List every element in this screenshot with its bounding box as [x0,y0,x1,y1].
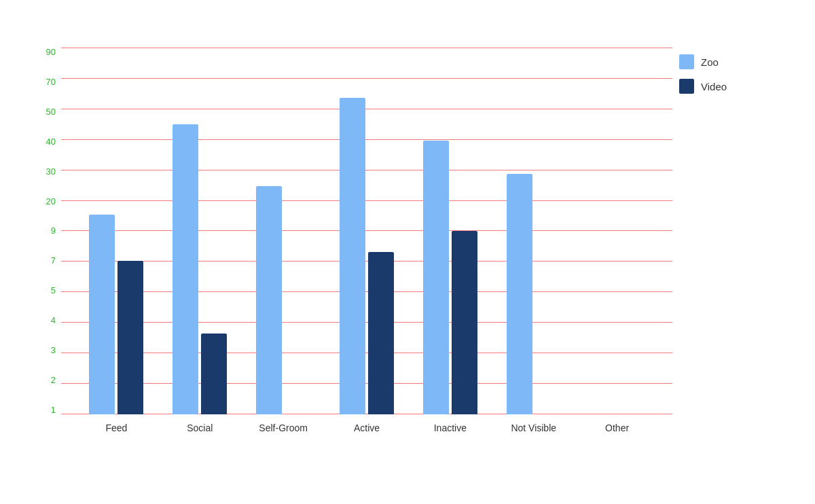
bar-pair [423,141,477,414]
bar-group [340,98,394,414]
y-axis-label: 9 [51,226,56,235]
y-axis: 9070504030209754321 [20,48,61,442]
legend-item: Zoo [679,54,788,69]
x-labels: FeedSocialSelf-GroomActiveInactiveNot Vi… [61,414,672,442]
bar-zoo [423,141,449,414]
y-axis-label: 7 [51,256,56,265]
x-axis-label: Active [325,422,409,433]
x-axis-label: Not Visible [492,422,575,433]
legend-item: Video [679,79,788,94]
bar-group [256,186,310,414]
bar-zoo [507,174,532,414]
bar-zoo [173,124,198,414]
legend-swatch [679,54,694,69]
legend-swatch [679,79,694,94]
bar-pair [507,174,561,414]
y-axis-label: 5 [51,286,56,295]
y-axis-label: 1 [51,406,56,414]
legend-label: Zoo [701,56,719,68]
y-axis-label: 30 [46,167,56,176]
y-axis-label: 20 [46,197,56,206]
x-axis-label: Inactive [408,422,492,433]
x-axis-label: Self-Groom [242,422,325,433]
bar-video [117,261,143,414]
bar-group [507,174,561,414]
bar-group [173,124,227,414]
bar-zoo [340,98,365,414]
x-axis-label: Social [158,422,242,433]
bar-pair [89,215,143,414]
x-axis-label: Feed [75,422,158,433]
bar-zoo [89,215,115,414]
legend: ZooVideo [679,54,788,94]
bar-video [201,334,227,414]
bar-pair [256,186,310,414]
y-axis-label: 50 [46,107,56,116]
x-axis-label: Other [575,422,659,433]
bar-group [423,141,477,414]
chart-container: 9070504030209754321 FeedSocialSelf-Groom… [0,0,815,504]
y-axis-label: 2 [51,376,56,384]
y-axis-label: 70 [46,77,56,86]
bar-video [368,252,394,414]
bar-group [89,215,143,414]
bar-zoo [256,186,282,414]
bar-pair [340,98,394,414]
y-axis-label: 4 [51,316,56,325]
bar-video [452,231,477,414]
y-axis-label: 3 [51,346,56,355]
y-axis-label: 90 [46,48,56,56]
plot-area: FeedSocialSelf-GroomActiveInactiveNot Vi… [61,48,672,442]
y-axis-label: 40 [46,137,56,146]
bars-area [61,48,672,414]
legend-label: Video [701,81,727,92]
chart-area: 9070504030209754321 FeedSocialSelf-Groom… [20,48,795,442]
bar-pair [173,124,227,414]
